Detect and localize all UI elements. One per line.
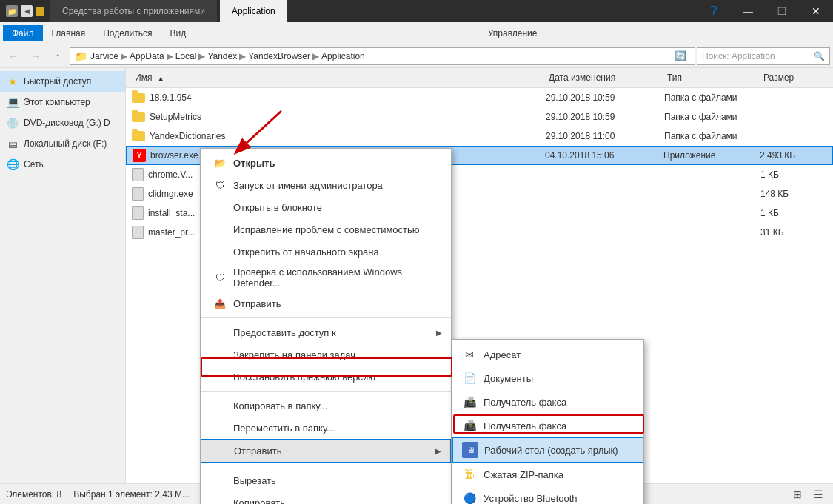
generic-file-icon (132, 206, 144, 220)
yandex-exe-icon: Y (133, 149, 146, 162)
folder-icon (132, 131, 145, 141)
ctx-run-admin[interactable]: 🛡 Запуск от имени администратора (201, 174, 451, 196)
sub-item-desktop[interactable]: 🖥 Рабочий стол (создать ярлык) (452, 437, 643, 463)
cut-icon (213, 473, 227, 488)
file-name-cell: 18.9.1.954 (132, 93, 546, 103)
file-name-cell: YandexDictionaries (132, 131, 546, 141)
breadcrumb-application[interactable]: Application (321, 51, 365, 61)
docs-icon: 📄 (461, 370, 478, 386)
table-row[interactable]: YandexDictionaries 29.10.2018 11:00 Папк… (126, 127, 833, 146)
copy-to-icon (213, 398, 227, 413)
ctx-compatibility[interactable]: Исправление проблем с совместимостью (201, 218, 451, 241)
tab-application[interactable]: Application (220, 0, 287, 22)
sidebar-label-thispc: Этот компьютер (24, 97, 90, 107)
folder-icon (132, 93, 145, 103)
grid-view-button[interactable]: ⊞ (789, 486, 806, 503)
sidebar-item-quickaccess[interactable]: ★ Быстрый доступ (0, 71, 125, 92)
breadcrumb-local[interactable]: Local (175, 51, 197, 61)
file-list-header: Имя ▲ Дата изменения Тип Размер (126, 68, 833, 88)
items-count: Элементов: 8 (6, 489, 61, 500)
nav-forward-button[interactable]: → (25, 47, 46, 66)
ctx-cut[interactable]: Вырезать (201, 469, 451, 491)
refresh-button[interactable]: 🔄 (671, 47, 690, 65)
ctx-unpin[interactable]: Открепить от начального экрана (201, 241, 451, 263)
generic-file-icon (132, 226, 144, 239)
restore-button[interactable]: ❐ (765, 0, 799, 22)
minimize-button[interactable]: — (731, 0, 765, 22)
taskbar-icon (213, 347, 227, 362)
ribbon-tab-manage[interactable]: Управление (479, 25, 546, 41)
close-button[interactable]: ✕ (799, 0, 833, 22)
ctx-copy[interactable]: Копировать (201, 491, 451, 504)
breadcrumb-jarvice[interactable]: Jarvice (90, 51, 118, 61)
copy-icon (213, 495, 227, 504)
fax-icon-1: 📠 (461, 394, 478, 410)
ctx-send-2[interactable]: Отправить (201, 439, 451, 463)
ctx-open[interactable]: 📂 Открыть (201, 152, 451, 174)
help-button[interactable]: ? (697, 0, 731, 22)
ctx-send-1[interactable]: 📤 Отправить (201, 292, 451, 315)
pin-icon (213, 244, 227, 259)
sub-item-documents[interactable]: 📄 Документы (452, 366, 643, 390)
sidebar-label-localdisk: Локальный диск (F:) (24, 138, 107, 149)
breadcrumb-yandex[interactable]: Yandex (207, 51, 237, 61)
search-icon[interactable]: 🔍 (814, 51, 825, 61)
sub-item-fax1[interactable]: 📠 Получатель факса (452, 390, 643, 414)
ctx-move-to[interactable]: Переместить в папку... (201, 417, 451, 439)
send-icon-1: 📤 (213, 296, 227, 311)
col-name[interactable]: Имя ▲ (132, 71, 546, 84)
ctx-open-notepad[interactable]: Открыть в блокноте (201, 196, 451, 218)
sub-item-addressee[interactable]: ✉ Адресат (452, 343, 643, 366)
ctx-pin-taskbar[interactable]: Закрепить на панели задач (201, 343, 451, 366)
sidebar-item-localdisk[interactable]: 🖴 Локальный диск (F:) (0, 133, 125, 154)
fax-icon-2: 📠 (461, 417, 478, 434)
tab-tools[interactable]: Средства работы с приложениями (50, 0, 217, 22)
col-date[interactable]: Дата изменения (546, 71, 664, 84)
status-bar-right: ⊞ ☰ (789, 486, 827, 503)
nav-back-button[interactable]: ← (3, 47, 24, 66)
table-row[interactable]: SetupMetrics 29.10.2018 10:59 Папка с фа… (126, 107, 833, 127)
disk-icon: 🖴 (6, 137, 19, 150)
sidebar: ★ Быстрый доступ 💻 Этот компьютер 💿 DVD-… (0, 68, 126, 483)
menu-share[interactable]: Поделиться (94, 25, 161, 41)
ctx-sep-1 (201, 317, 451, 318)
menu-bar: Файл Главная Поделиться Вид Управление (0, 22, 833, 44)
address-bar[interactable]: 📁 Jarvice ▶ AppData ▶ Local ▶ Yandex ▶ Y… (70, 47, 695, 65)
sub-item-zip[interactable]: 🗜 Сжатая ZIP-папка (452, 463, 643, 486)
dvd-icon: 💿 (6, 116, 19, 130)
col-size[interactable]: Размер (760, 71, 827, 84)
breadcrumb-appdata[interactable]: AppData (130, 51, 164, 61)
pc-icon: 💻 (6, 95, 19, 109)
sub-item-bluetooth[interactable]: 🔵 Устройство Bluetooth (452, 486, 643, 504)
sidebar-item-network[interactable]: 🌐 Сеть (0, 154, 125, 175)
search-box[interactable]: Поиск: Application 🔍 (697, 47, 830, 65)
bluetooth-icon: 🔵 (461, 490, 478, 504)
menu-home[interactable]: Главная (43, 25, 95, 41)
ctx-defender[interactable]: 🛡 Проверка с использованием Windows Defe… (201, 263, 451, 292)
breadcrumb-yandexbrowser[interactable]: YandexBrowser (248, 51, 310, 61)
menu-view[interactable]: Вид (161, 25, 195, 41)
file-name-cell: SetupMetrics (132, 112, 546, 122)
list-view-button[interactable]: ☰ (809, 486, 827, 503)
sub-item-fax2[interactable]: 📠 Получатель факса (452, 414, 643, 437)
star-icon: ★ (6, 75, 19, 88)
sidebar-item-thispc[interactable]: 💻 Этот компьютер (0, 92, 125, 112)
move-to-icon (213, 420, 227, 435)
window-icon-yellow[interactable] (36, 7, 44, 16)
sidebar-label-dvd: DVD-дисковод (G:) D (24, 118, 110, 128)
nav-up-button[interactable]: ↑ (47, 47, 68, 66)
network-icon: 🌐 (6, 158, 19, 171)
sidebar-label-quickaccess: Быстрый доступ (24, 76, 91, 87)
notepad-icon (213, 200, 227, 215)
window: 📁 ◀ Средства работы с приложениями Appli… (0, 0, 833, 504)
ctx-share-access[interactable]: Предоставить доступ к (201, 321, 451, 343)
window-icon-back[interactable]: ◀ (21, 5, 33, 17)
ctx-copy-to[interactable]: Копировать в папку... (201, 394, 451, 417)
ctx-restore-version[interactable]: Восстановить прежнюю версию (201, 366, 451, 388)
sidebar-item-dvd[interactable]: 💿 DVD-дисковод (G:) D (0, 112, 125, 133)
col-type[interactable]: Тип (664, 71, 760, 84)
table-row[interactable]: 18.9.1.954 29.10.2018 10:59 Папка с файл… (126, 88, 833, 107)
ctx-sep-3 (201, 466, 451, 466)
menu-file[interactable]: Файл (3, 25, 43, 41)
mail-icon: ✉ (461, 346, 478, 363)
